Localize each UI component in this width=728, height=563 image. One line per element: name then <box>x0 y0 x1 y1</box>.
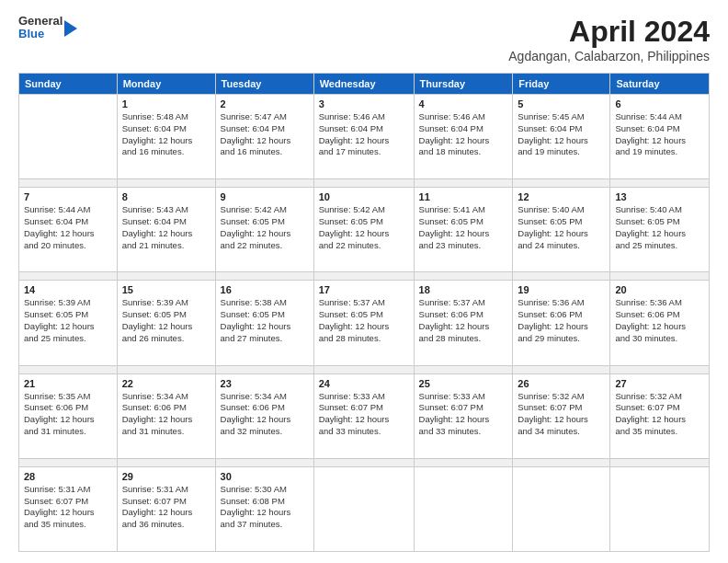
calendar-separator-cell <box>513 458 610 466</box>
day-number: 5 <box>518 98 605 109</box>
day-info: Sunrise: 5:40 AM Sunset: 6:05 PM Dayligh… <box>518 204 605 251</box>
day-info: Sunrise: 5:43 AM Sunset: 6:04 PM Dayligh… <box>122 204 210 251</box>
day-number: 3 <box>319 98 409 109</box>
calendar-header-friday: Friday <box>513 74 610 95</box>
day-info: Sunrise: 5:36 AM Sunset: 6:06 PM Dayligh… <box>615 297 704 344</box>
day-number: 27 <box>615 378 704 389</box>
calendar-separator-cell <box>610 272 710 281</box>
calendar-week-row: 21Sunrise: 5:35 AM Sunset: 6:06 PM Dayli… <box>19 373 710 458</box>
day-info: Sunrise: 5:37 AM Sunset: 6:05 PM Dayligh… <box>319 297 409 344</box>
day-number: 1 <box>122 98 210 109</box>
calendar-cell: 22Sunrise: 5:34 AM Sunset: 6:06 PM Dayli… <box>117 373 215 458</box>
day-info: Sunrise: 5:30 AM Sunset: 6:08 PM Dayligh… <box>221 484 309 531</box>
day-info: Sunrise: 5:42 AM Sunset: 6:05 PM Dayligh… <box>319 204 409 251</box>
calendar-separator-cell <box>117 272 215 281</box>
day-number: 30 <box>221 471 309 482</box>
calendar-header-saturday: Saturday <box>610 74 710 95</box>
day-number: 17 <box>319 284 409 295</box>
day-number: 4 <box>419 98 508 109</box>
day-number: 15 <box>122 284 210 295</box>
calendar-header-sunday: Sunday <box>19 74 118 95</box>
calendar-cell: 29Sunrise: 5:31 AM Sunset: 6:07 PM Dayli… <box>117 466 215 551</box>
calendar-cell: 10Sunrise: 5:42 AM Sunset: 6:05 PM Dayli… <box>313 188 414 272</box>
calendar-cell: 26Sunrise: 5:32 AM Sunset: 6:07 PM Dayli… <box>513 373 610 458</box>
day-info: Sunrise: 5:46 AM Sunset: 6:04 PM Dayligh… <box>419 111 508 158</box>
day-number: 19 <box>518 284 605 295</box>
header: General Blue April 2024 Agdangan, Calaba… <box>18 15 710 63</box>
calendar-separator-cell <box>414 458 513 466</box>
calendar-cell <box>513 466 610 551</box>
calendar-cell: 17Sunrise: 5:37 AM Sunset: 6:05 PM Dayli… <box>313 281 414 365</box>
calendar-cell: 2Sunrise: 5:47 AM Sunset: 6:04 PM Daylig… <box>215 95 313 179</box>
calendar-separator-cell <box>513 272 610 281</box>
day-info: Sunrise: 5:31 AM Sunset: 6:07 PM Dayligh… <box>24 484 112 531</box>
calendar-separator-cell <box>513 179 610 188</box>
calendar-cell: 27Sunrise: 5:32 AM Sunset: 6:07 PM Dayli… <box>610 373 710 458</box>
day-info: Sunrise: 5:36 AM Sunset: 6:06 PM Dayligh… <box>518 297 605 344</box>
calendar-cell: 19Sunrise: 5:36 AM Sunset: 6:06 PM Dayli… <box>513 281 610 365</box>
calendar-separator-cell <box>313 458 414 466</box>
day-info: Sunrise: 5:35 AM Sunset: 6:06 PM Dayligh… <box>24 391 112 438</box>
calendar-separator-cell <box>313 365 414 373</box>
calendar-week-row: 14Sunrise: 5:39 AM Sunset: 6:05 PM Dayli… <box>19 281 710 365</box>
calendar-separator-cell <box>610 458 710 466</box>
day-number: 24 <box>319 378 409 389</box>
calendar-cell: 6Sunrise: 5:44 AM Sunset: 6:04 PM Daylig… <box>610 95 710 179</box>
day-info: Sunrise: 5:33 AM Sunset: 6:07 PM Dayligh… <box>319 391 409 438</box>
day-info: Sunrise: 5:32 AM Sunset: 6:07 PM Dayligh… <box>518 391 605 438</box>
day-number: 21 <box>24 378 112 389</box>
calendar-week-row: 1Sunrise: 5:48 AM Sunset: 6:04 PM Daylig… <box>19 95 710 179</box>
day-info: Sunrise: 5:40 AM Sunset: 6:05 PM Dayligh… <box>615 204 704 251</box>
day-info: Sunrise: 5:39 AM Sunset: 6:05 PM Dayligh… <box>122 297 210 344</box>
day-number: 12 <box>518 191 605 202</box>
calendar-cell <box>19 95 118 179</box>
calendar-separator-cell <box>215 179 313 188</box>
calendar-separator-row <box>19 179 710 188</box>
day-info: Sunrise: 5:46 AM Sunset: 6:04 PM Dayligh… <box>319 111 409 158</box>
calendar-separator-cell <box>117 179 215 188</box>
calendar-separator-cell <box>19 365 118 373</box>
page: General Blue April 2024 Agdangan, Calaba… <box>0 0 728 563</box>
calendar-table: SundayMondayTuesdayWednesdayThursdayFrid… <box>18 73 710 552</box>
calendar-cell: 23Sunrise: 5:34 AM Sunset: 6:06 PM Dayli… <box>215 373 313 458</box>
calendar-cell <box>610 466 710 551</box>
logo-arrow-icon <box>64 20 77 37</box>
logo-general: General <box>18 15 63 28</box>
day-number: 18 <box>419 284 508 295</box>
calendar-cell: 11Sunrise: 5:41 AM Sunset: 6:05 PM Dayli… <box>414 188 513 272</box>
day-info: Sunrise: 5:41 AM Sunset: 6:05 PM Dayligh… <box>419 204 508 251</box>
calendar-cell: 7Sunrise: 5:44 AM Sunset: 6:04 PM Daylig… <box>19 188 118 272</box>
calendar-cell: 13Sunrise: 5:40 AM Sunset: 6:05 PM Dayli… <box>610 188 710 272</box>
day-number: 23 <box>221 378 309 389</box>
calendar-cell <box>313 466 414 551</box>
calendar-cell: 28Sunrise: 5:31 AM Sunset: 6:07 PM Dayli… <box>19 466 118 551</box>
calendar-separator-cell <box>117 458 215 466</box>
day-info: Sunrise: 5:47 AM Sunset: 6:04 PM Dayligh… <box>221 111 309 158</box>
calendar-separator-cell <box>215 365 313 373</box>
calendar-separator-row <box>19 365 710 373</box>
calendar-cell: 15Sunrise: 5:39 AM Sunset: 6:05 PM Dayli… <box>117 281 215 365</box>
day-info: Sunrise: 5:44 AM Sunset: 6:04 PM Dayligh… <box>615 111 704 158</box>
calendar-cell: 30Sunrise: 5:30 AM Sunset: 6:08 PM Dayli… <box>215 466 313 551</box>
calendar-separator-cell <box>215 458 313 466</box>
day-number: 6 <box>615 98 704 109</box>
day-number: 9 <box>221 191 309 202</box>
calendar-cell: 14Sunrise: 5:39 AM Sunset: 6:05 PM Dayli… <box>19 281 118 365</box>
calendar-separator-cell <box>313 272 414 281</box>
day-info: Sunrise: 5:38 AM Sunset: 6:05 PM Dayligh… <box>221 297 309 344</box>
calendar-week-row: 28Sunrise: 5:31 AM Sunset: 6:07 PM Dayli… <box>19 466 710 551</box>
day-info: Sunrise: 5:42 AM Sunset: 6:05 PM Dayligh… <box>221 204 309 251</box>
calendar-cell: 4Sunrise: 5:46 AM Sunset: 6:04 PM Daylig… <box>414 95 513 179</box>
day-number: 25 <box>419 378 508 389</box>
day-info: Sunrise: 5:48 AM Sunset: 6:04 PM Dayligh… <box>122 111 210 158</box>
calendar-cell: 5Sunrise: 5:45 AM Sunset: 6:04 PM Daylig… <box>513 95 610 179</box>
logo-text: General Blue <box>18 15 63 41</box>
day-number: 22 <box>122 378 210 389</box>
day-info: Sunrise: 5:44 AM Sunset: 6:04 PM Dayligh… <box>24 204 112 251</box>
calendar-cell: 3Sunrise: 5:46 AM Sunset: 6:04 PM Daylig… <box>313 95 414 179</box>
calendar-cell: 1Sunrise: 5:48 AM Sunset: 6:04 PM Daylig… <box>117 95 215 179</box>
calendar-cell: 9Sunrise: 5:42 AM Sunset: 6:05 PM Daylig… <box>215 188 313 272</box>
day-number: 2 <box>221 98 309 109</box>
day-number: 28 <box>24 471 112 482</box>
day-info: Sunrise: 5:39 AM Sunset: 6:05 PM Dayligh… <box>24 297 112 344</box>
